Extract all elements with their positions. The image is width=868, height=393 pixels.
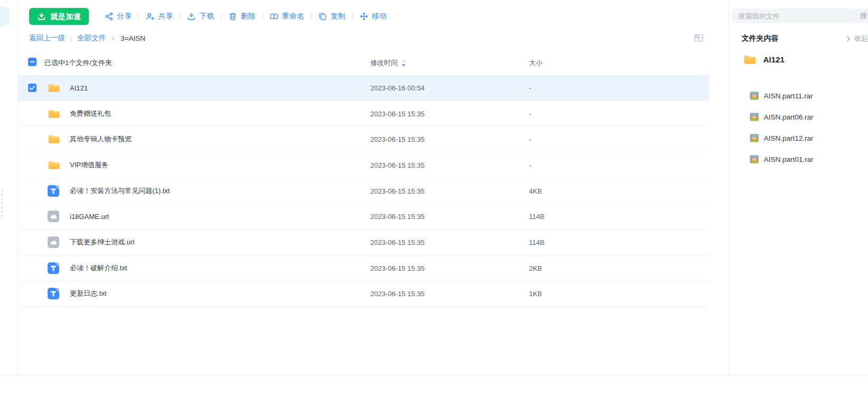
folder-icon — [48, 108, 60, 119]
action-label: 共享 — [158, 12, 173, 21]
sidebar-divider — [728, 0, 729, 376]
selection-summary: 已选中1个文件/文件夹 — [44, 58, 112, 68]
file-modified: 2023-06-15 15:35 — [370, 135, 425, 143]
collaborate-icon — [146, 12, 154, 21]
file-name: i18GAME.url — [70, 213, 109, 221]
folder-icon — [48, 160, 60, 170]
sidebar-file-item[interactable]: AISN.part11.rar — [750, 85, 814, 106]
breadcrumb-root-link[interactable]: 全部文件 — [77, 33, 106, 43]
download-icon — [187, 12, 196, 21]
file-size: - — [529, 161, 531, 169]
chevron-right-icon — [847, 36, 851, 42]
search-button[interactable]: 搜索 — [854, 11, 868, 21]
sidebar-folder-item[interactable]: AI121 — [743, 54, 784, 65]
txt-file-icon — [48, 185, 59, 197]
file-name: AI121 — [70, 84, 88, 92]
file-name: 其他专辑人物卡预览 — [70, 134, 132, 144]
accelerate-button[interactable]: 就是加速 — [29, 8, 89, 25]
action-label: 下载 — [199, 12, 214, 21]
trash-icon — [229, 12, 237, 21]
file-modified: 2023-06-15 15:35 — [370, 264, 425, 272]
file-row[interactable]: 免费赠送礼包 2023-06-15 15:35 - — [18, 101, 709, 127]
breadcrumb-separator: | — [70, 34, 72, 42]
url-file-icon — [48, 211, 59, 222]
action-move[interactable]: 移动 — [353, 12, 394, 21]
file-row[interactable]: 下载更多绅士游戏.url 2023-06-15 15:35 114B — [18, 230, 709, 255]
panel-drag-handle[interactable] — [2, 189, 3, 217]
file-modified: 2023-06-15 15:35 — [370, 290, 425, 298]
rar-archive-icon — [750, 133, 759, 143]
action-share[interactable]: 分享 — [98, 12, 139, 21]
folder-contents-title: 文件夹内容 — [742, 34, 779, 43]
txt-file-icon — [48, 262, 59, 274]
file-name: VIP增值服务 — [70, 160, 108, 170]
file-list-header: 已选中1个文件/文件夹 修改时间 大小 — [18, 52, 709, 73]
rar-archive-icon — [750, 91, 759, 100]
action-label: 移动 — [372, 12, 387, 21]
file-size: - — [529, 135, 531, 143]
breadcrumb-current: 3=AISN — [121, 34, 145, 42]
file-name: 必读！破解介绍.txt — [70, 263, 127, 273]
url-file-icon — [48, 236, 59, 248]
file-size: 4KB — [529, 187, 542, 195]
file-row[interactable]: AI121 2023-06-16 00:54 - — [18, 75, 709, 101]
search-input[interactable] — [732, 12, 853, 20]
copy-icon — [318, 12, 327, 21]
move-icon — [360, 12, 368, 21]
file-modified: 2023-06-15 15:35 — [370, 238, 425, 246]
file-row[interactable]: 必读！破解介绍.txt 2023-06-15 15:35 2KB — [18, 255, 709, 281]
sidebar-file-item[interactable]: AISN.part01.rar — [750, 149, 814, 170]
toolbar-actions: 分享 共享 — [98, 12, 394, 21]
cloud-drive-window: 就是加速 分享 — [0, 0, 868, 393]
file-modified: 2023-06-15 15:35 — [370, 187, 425, 195]
file-modified: 2023-06-15 15:35 — [370, 213, 425, 221]
row-checkbox-checked[interactable] — [28, 84, 36, 92]
file-name: 必读！安装方法与常见问题(1).txt — [70, 186, 170, 196]
action-copy[interactable]: 复制 — [312, 12, 352, 21]
rename-icon — [270, 12, 278, 21]
file-modified: 2023-06-16 00:54 — [370, 84, 425, 92]
column-modified-sort[interactable]: 修改时间 — [370, 58, 406, 68]
sidebar-file-name: AISN.part01.rar — [764, 156, 814, 163]
action-collaborate[interactable]: 共享 — [139, 12, 180, 21]
sidebar-file-item[interactable]: AISN.part12.rar — [750, 127, 814, 149]
action-download[interactable]: 下载 — [180, 12, 221, 21]
txt-file-icon — [48, 288, 59, 299]
rar-archive-icon — [750, 154, 759, 164]
file-row[interactable]: VIP增值服务 2023-06-15 15:35 - — [18, 152, 709, 178]
file-row[interactable]: 其他专辑人物卡预览 2023-06-15 15:35 - — [18, 126, 709, 152]
action-label: 重命名 — [282, 12, 304, 21]
bottom-border — [0, 376, 868, 376]
action-rename[interactable]: 重命名 — [263, 12, 311, 21]
breadcrumb-back-link[interactable]: 返回上一级 — [29, 33, 65, 43]
action-label: 复制 — [331, 12, 345, 21]
file-row[interactable]: i18GAME.url 2023-06-15 15:35 114B — [18, 204, 709, 230]
collapse-control[interactable]: 收起 — [847, 34, 868, 43]
rar-archive-icon — [750, 112, 759, 122]
folder-icon — [48, 83, 60, 93]
column-size-label: 大小 — [529, 58, 543, 68]
file-size: - — [529, 109, 531, 117]
sidebar-folder-name: AI121 — [763, 55, 784, 64]
column-modified-label: 修改时间 — [370, 58, 398, 68]
action-label: 删除 — [241, 12, 255, 21]
accelerate-label: 就是加速 — [50, 12, 81, 22]
left-panel-edge — [0, 6, 10, 26]
sidebar-file-name: AISN.part11.rar — [764, 92, 813, 100]
share-icon — [105, 12, 113, 21]
file-name: 更新日志.txt — [70, 289, 106, 298]
sidebar-file-name: AISN.part06.rar — [764, 113, 814, 121]
sidebar-file-name: AISN.part12.rar — [764, 134, 814, 142]
breadcrumb-chevron: > — [111, 34, 115, 42]
action-delete[interactable]: 删除 — [222, 12, 262, 21]
file-row[interactable]: 必读！安装方法与常见问题(1).txt 2023-06-15 15:35 4KB — [18, 178, 709, 204]
file-modified: 2023-06-15 15:35 — [370, 161, 425, 169]
sidebar-file-item[interactable]: AISN.part06.rar — [750, 106, 814, 127]
folder-icon — [743, 54, 756, 65]
download-tray-icon — [37, 12, 46, 21]
file-size: - — [529, 84, 531, 92]
grid-view-toggle-icon[interactable] — [694, 34, 703, 42]
file-row[interactable]: 更新日志.txt 2023-06-15 15:35 1KB — [18, 281, 709, 307]
select-all-checkbox[interactable] — [28, 58, 36, 66]
file-size: 1KB — [529, 290, 542, 298]
